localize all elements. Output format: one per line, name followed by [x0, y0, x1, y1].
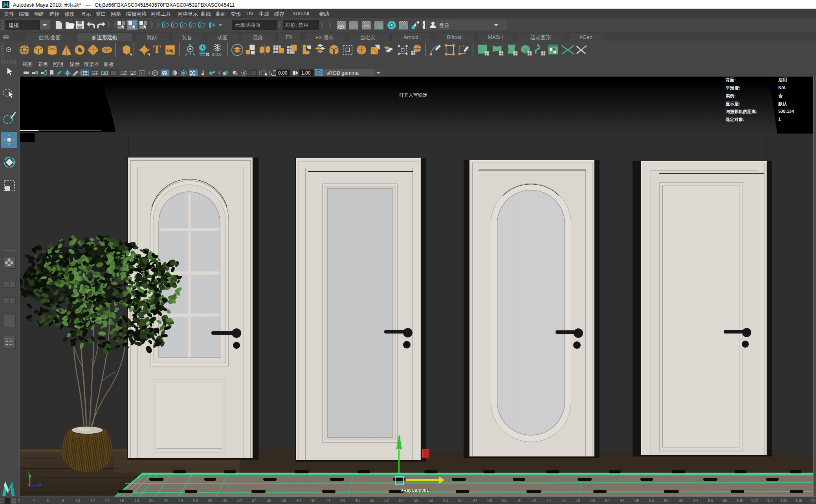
svg-text:0,0,0: 0,0,0	[212, 52, 222, 57]
svg-text:y: y	[28, 470, 29, 474]
svg-text:T: T	[141, 71, 143, 75]
svg-text:ON: ON	[317, 72, 320, 74]
svg-text:IPR: IPR	[364, 24, 369, 28]
svg-text:svg: svg	[167, 48, 173, 53]
